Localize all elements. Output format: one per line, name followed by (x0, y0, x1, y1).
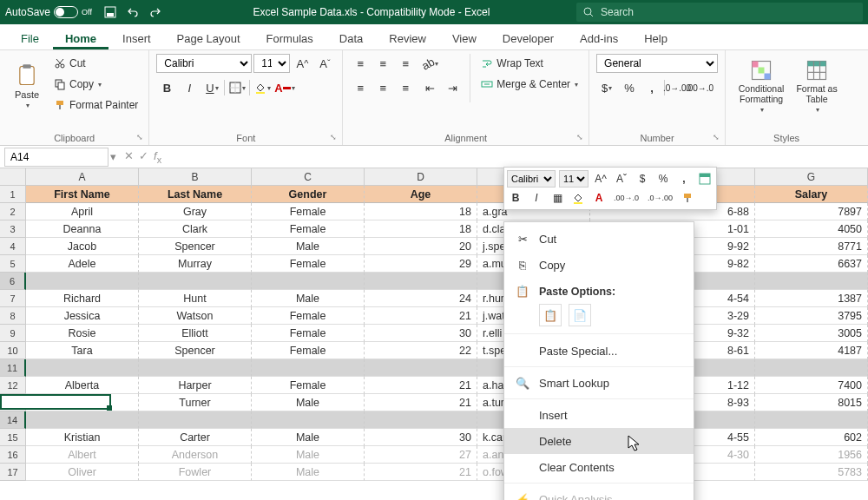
mini-table-icon[interactable] (696, 170, 713, 188)
tab-data[interactable]: Data (327, 27, 375, 49)
tab-insert[interactable]: Insert (110, 27, 163, 49)
cell[interactable]: 3795 (755, 307, 868, 325)
decrease-decimal-icon[interactable]: .00→.0 (689, 78, 710, 97)
row-header-15[interactable]: 15 (0, 429, 26, 446)
mini-increase-decimal-icon[interactable]: .0→.00 (645, 189, 675, 207)
increase-decimal-icon[interactable]: .0→.00 (667, 78, 687, 97)
header-cell[interactable]: Age (365, 186, 477, 203)
cell[interactable] (252, 359, 365, 377)
header-cell[interactable]: Gender (252, 186, 365, 203)
cell[interactable]: 30 (365, 429, 477, 446)
cell[interactable]: Adele (26, 255, 139, 273)
conditional-formatting-button[interactable]: Conditional Formatting▾ (733, 54, 790, 118)
cell[interactable]: Oliver (26, 464, 139, 481)
cell[interactable]: Kristian (26, 429, 139, 446)
cell[interactable]: Male (252, 429, 365, 446)
formula-input[interactable] (168, 148, 868, 167)
row-header-16[interactable]: 16 (0, 446, 26, 464)
row-header-11[interactable]: 11 (0, 359, 26, 377)
cell[interactable] (252, 411, 365, 429)
cell[interactable]: Male (252, 394, 365, 411)
column-header-A[interactable]: A (26, 168, 139, 186)
mini-borders-icon[interactable]: ▦ (549, 189, 566, 207)
cell[interactable]: 20 (365, 238, 477, 255)
mini-format-painter-icon[interactable] (679, 189, 696, 207)
spreadsheet-grid[interactable]: ABCDEFG 1234567891011121314151617 First … (0, 168, 868, 500)
cell[interactable] (26, 359, 139, 377)
cell[interactable]: Female (252, 220, 365, 238)
ctx-delete[interactable]: Delete (504, 428, 694, 454)
search-box[interactable]: Search (576, 3, 863, 22)
cell[interactable]: Deanna (26, 220, 139, 238)
font-name-select[interactable]: Calibri (156, 54, 252, 73)
ctx-paste-special[interactable]: Paste Special... (504, 338, 694, 364)
column-header-B[interactable]: B (139, 168, 252, 186)
cell[interactable]: Alberta (26, 377, 139, 394)
decrease-font-icon[interactable]: Aˇ (314, 54, 335, 73)
cell[interactable]: Female (252, 255, 365, 273)
cell[interactable]: Female (252, 377, 365, 394)
enter-formula-icon[interactable]: ✓ (139, 149, 148, 165)
cell[interactable]: 21 (365, 377, 477, 394)
save-icon[interactable] (101, 3, 120, 22)
mini-font-color-icon[interactable]: A (590, 189, 608, 207)
name-box-input[interactable] (4, 148, 108, 167)
mini-size-select[interactable]: 11 (559, 170, 589, 188)
increase-indent-icon[interactable]: ⇥ (442, 78, 463, 97)
cell[interactable]: Watson (139, 307, 252, 325)
ctx-smart-lookup[interactable]: 🔍Smart Lookup (504, 370, 694, 396)
cell[interactable]: Fowler (139, 464, 252, 481)
cell[interactable]: Female (252, 203, 365, 220)
cell[interactable]: 8771 (755, 238, 868, 255)
tab-page-layout[interactable]: Page Layout (165, 27, 253, 49)
align-center-icon[interactable]: ≡ (372, 78, 393, 97)
cell[interactable]: 1387 (755, 290, 868, 307)
cell[interactable]: 602 (755, 429, 868, 446)
cell[interactable]: Elliott (139, 325, 252, 342)
cell[interactable]: Male (252, 290, 365, 307)
align-middle-icon[interactable]: ≡ (372, 54, 393, 73)
cell[interactable] (139, 359, 252, 377)
name-box-dropdown-icon[interactable]: ▾ (108, 150, 117, 163)
row-header-17[interactable]: 17 (0, 464, 26, 481)
mini-increase-font-icon[interactable]: A^ (592, 170, 609, 188)
underline-button[interactable]: U▾ (201, 78, 222, 97)
cell[interactable]: Turner (139, 394, 252, 411)
column-header-C[interactable]: C (252, 168, 365, 186)
cell[interactable]: 6637 (755, 255, 868, 273)
copy-button[interactable]: Copy▾ (50, 75, 141, 94)
italic-button[interactable]: I (179, 78, 200, 97)
cell[interactable]: 4050 (755, 220, 868, 238)
merge-center-button[interactable]: Merge & Center▾ (477, 75, 582, 94)
mini-italic-icon[interactable]: I (528, 189, 545, 207)
cell[interactable]: Carter (139, 429, 252, 446)
tab-formulas[interactable]: Formulas (254, 27, 326, 49)
header-cell[interactable]: Salary (755, 186, 868, 203)
tab-file[interactable]: File (9, 27, 51, 49)
cell[interactable] (26, 273, 139, 290)
cell[interactable] (755, 411, 868, 429)
cell[interactable]: Richard (26, 290, 139, 307)
cell[interactable]: Rosie (26, 325, 139, 342)
mini-font-select[interactable]: Calibri (507, 170, 556, 188)
mini-bold-icon[interactable]: B (507, 189, 524, 207)
ctx-copy[interactable]: ⎘Copy (504, 252, 694, 278)
cell[interactable]: 8015 (755, 394, 868, 411)
row-header-10[interactable]: 10 (0, 342, 26, 359)
cell[interactable] (755, 359, 868, 377)
cell[interactable]: Male (252, 238, 365, 255)
mini-decrease-decimal-icon[interactable]: .00→.0 (611, 189, 641, 207)
header-cell[interactable]: Last Name (139, 186, 252, 203)
cell[interactable]: 7897 (755, 203, 868, 220)
cell[interactable]: Tara (26, 342, 139, 359)
cell[interactable]: Murray (139, 255, 252, 273)
cell[interactable]: Female (252, 342, 365, 359)
cell[interactable]: Gray (139, 203, 252, 220)
tab-add-ins[interactable]: Add-ins (568, 27, 630, 49)
orientation-icon[interactable]: ab▾ (419, 54, 440, 73)
mini-decrease-font-icon[interactable]: Aˇ (613, 170, 630, 188)
cell[interactable]: 5783 (755, 464, 868, 481)
ctx-cut[interactable]: ✂Cut (504, 226, 694, 252)
cell[interactable]: Male (252, 446, 365, 464)
cell[interactable]: Spencer (139, 238, 252, 255)
